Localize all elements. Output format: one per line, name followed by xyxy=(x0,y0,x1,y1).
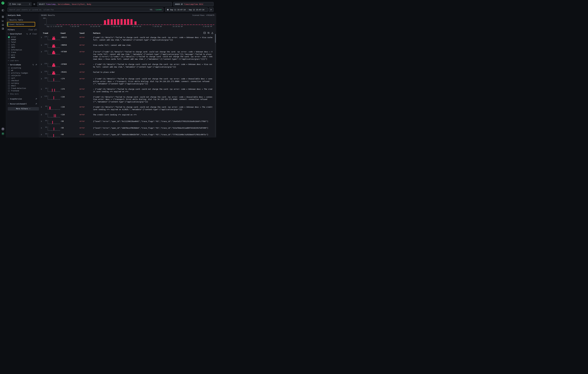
pattern-cell[interactable]: ×{"code":13,"details":"failed to charge … xyxy=(93,87,213,93)
pin-icon[interactable] xyxy=(35,64,37,66)
expand-chevron-icon[interactable] xyxy=(41,105,43,108)
pattern-cell[interactable]: The credit card (ending <*> expired on <… xyxy=(93,113,213,116)
expand-chevron-icon[interactable] xyxy=(41,43,43,46)
pattern-row[interactable]: 22K ~98523 error {"code":13,"details":"f… xyxy=(39,34,215,42)
dashboards-icon[interactable] xyxy=(2,27,4,30)
filter-option[interactable]: checkout xyxy=(8,79,37,82)
expand-chevron-icon[interactable] xyxy=(41,95,43,98)
filter-option[interactable]: trace xyxy=(8,51,37,54)
search-logs-icon[interactable] xyxy=(2,16,4,18)
pattern-row[interactable]: 60 ~116 error The credit card (ending <*… xyxy=(39,112,215,118)
checkbox[interactable] xyxy=(8,39,10,40)
sessions-icon[interactable] xyxy=(2,24,4,26)
filter-option[interactable]: info xyxy=(8,43,37,46)
pattern-cell[interactable]: Failed to place order xyxy=(93,70,213,73)
search-input[interactable] xyxy=(8,9,150,11)
orderby-clause-input[interactable]: ORDER BY TimestampTime DESC xyxy=(173,2,213,6)
checkbox[interactable] xyxy=(8,70,10,71)
checkbox[interactable] xyxy=(8,85,10,87)
pattern-row[interactable]: 60 ~58 error {"level":"error","span_id":… xyxy=(39,125,215,131)
load-more-link[interactable]: Load more xyxy=(8,60,37,61)
expand-chevron-icon[interactable] xyxy=(41,62,43,65)
chevron-down-icon[interactable] xyxy=(8,33,9,35)
filter-option[interactable]: frontend xyxy=(8,90,37,92)
pin-icon[interactable] xyxy=(35,103,37,105)
histogram-bar[interactable] xyxy=(117,19,119,25)
user-avatar[interactable]: U xyxy=(1,132,4,135)
filter-option[interactable]: error xyxy=(8,36,37,39)
expand-chevron-icon[interactable] xyxy=(41,70,43,73)
histogram-bar[interactable] xyxy=(104,20,106,25)
pattern-cell[interactable]: {"level":"error","span_id":"eb870ecef063… xyxy=(93,126,213,129)
histogram-bar[interactable] xyxy=(127,19,129,25)
histogram-bar[interactable] xyxy=(130,19,133,25)
histogram-bar[interactable] xyxy=(124,19,126,25)
col-pattern[interactable]: ⋮Pattern xyxy=(93,32,213,34)
pattern-row[interactable]: 24K ~98058 error Visa cache full: cannot… xyxy=(39,42,215,49)
checkbox[interactable] xyxy=(8,77,10,79)
more-filters-button[interactable]: More filters xyxy=(8,107,39,111)
expand-chevron-icon[interactable] xyxy=(41,120,43,122)
pattern-cell[interactable]: {"error":{"code":13,"details":"failed to… xyxy=(93,50,213,60)
expand-chevron-icon[interactable] xyxy=(41,87,43,90)
filter-group-resourceschemaurl[interactable]: ResourceSchemaUrl xyxy=(8,103,37,105)
select-clause-input[interactable]: SELECT Timestamp, ServiceName, SeverityT… xyxy=(37,2,172,6)
results-histogram[interactable]: 80K 0 Sep 11 3:30:00 PM7:30:00 PM10:30:0… xyxy=(46,18,214,25)
pattern-cell[interactable]: Visa cache full: cannot add new item. xyxy=(93,43,213,46)
filter-option[interactable]: email xyxy=(8,84,37,87)
checkbox[interactable] xyxy=(8,49,10,51)
clear-group-link[interactable]: Clear xyxy=(32,33,37,35)
mode-results-table[interactable]: Results Table xyxy=(8,18,37,21)
filter-option[interactable]: ERROR xyxy=(8,39,37,41)
lucene-mode-option[interactable]: Lucene xyxy=(156,9,162,10)
checkbox[interactable] xyxy=(8,82,10,84)
pattern-row[interactable]: 60 ~174 error ×{"code":13,"details":"fai… xyxy=(39,86,215,94)
checkbox[interactable] xyxy=(8,51,10,53)
clear-all-filters-link[interactable]: Clear all xyxy=(29,29,37,31)
filter-option[interactable]: warn xyxy=(8,54,37,56)
col-trend[interactable]: Trend xyxy=(43,32,61,34)
checkbox[interactable] xyxy=(8,46,10,48)
filter-group-name[interactable]: SeverityText xyxy=(10,33,22,35)
pattern-row[interactable]: 60 ~116 error {"code":13,"details":"fail… xyxy=(39,104,215,112)
expand-chevron-icon[interactable] xyxy=(41,77,43,80)
pattern-row[interactable]: 120 ~116 error {"code":13,"details":"fai… xyxy=(39,94,215,104)
sql-mode-option[interactable]: SQL xyxy=(150,9,153,10)
filter-option[interactable]: cart xyxy=(8,77,37,80)
show-more-link[interactable]: Show more xyxy=(8,93,37,95)
checkbox[interactable] xyxy=(8,41,10,43)
filter-option[interactable]: artillery-loadgen xyxy=(8,72,37,74)
histogram-bar[interactable] xyxy=(135,21,136,25)
chart-explorer-icon[interactable] xyxy=(2,20,4,22)
pattern-row[interactable]: 60 ~58 error {"level":"error","span_id":… xyxy=(39,131,215,138)
expand-chevron-icon[interactable] xyxy=(41,36,43,38)
checkbox[interactable] xyxy=(8,36,10,38)
pattern-row[interactable]: 180 ~174 error ×{"code":13,"details":"fa… xyxy=(39,76,215,86)
scrollbar-thumb[interactable] xyxy=(215,34,216,43)
run-query-button[interactable] xyxy=(209,8,213,12)
expand-chevron-icon[interactable] xyxy=(41,113,43,115)
checkbox[interactable] xyxy=(8,54,10,56)
filter-option[interactable]: accounting xyxy=(8,67,37,69)
pattern-cell[interactable]: ×{"code":13,"details":"failed to charge … xyxy=(93,77,213,85)
search-icon[interactable] xyxy=(32,64,34,66)
filter-option[interactable]: ad xyxy=(8,69,37,72)
expand-chevron-icon[interactable] xyxy=(41,50,43,52)
filter-option[interactable]: WARN xyxy=(8,56,37,59)
pin-icon[interactable] xyxy=(35,98,37,100)
pattern-cell[interactable]: {"code":13,"details":"failed to charge c… xyxy=(93,36,213,41)
filter-group-name[interactable]: ServiceName xyxy=(10,64,21,66)
filter-group-scopeversion[interactable]: ScopeVersion xyxy=(8,98,37,100)
checkbox[interactable] xyxy=(8,75,10,76)
col-count[interactable]: ⋮Count xyxy=(61,32,80,34)
checkbox[interactable] xyxy=(8,90,10,92)
date-range-picker[interactable]: Sep 11 15:47:14 - Sep 12 15:47:14 xyxy=(165,8,208,12)
histogram-bar[interactable] xyxy=(121,19,123,25)
checkbox[interactable] xyxy=(8,67,10,69)
checkbox[interactable] xyxy=(8,80,10,81)
filter-option[interactable]: currency xyxy=(8,82,37,85)
checkbox[interactable] xyxy=(8,44,10,46)
pattern-cell[interactable]: {"code":13,"details":"failed to charge c… xyxy=(93,105,213,111)
pattern-row[interactable]: 22K ~95441 error Failed to place order xyxy=(39,69,215,76)
checkbox[interactable] xyxy=(8,87,10,89)
